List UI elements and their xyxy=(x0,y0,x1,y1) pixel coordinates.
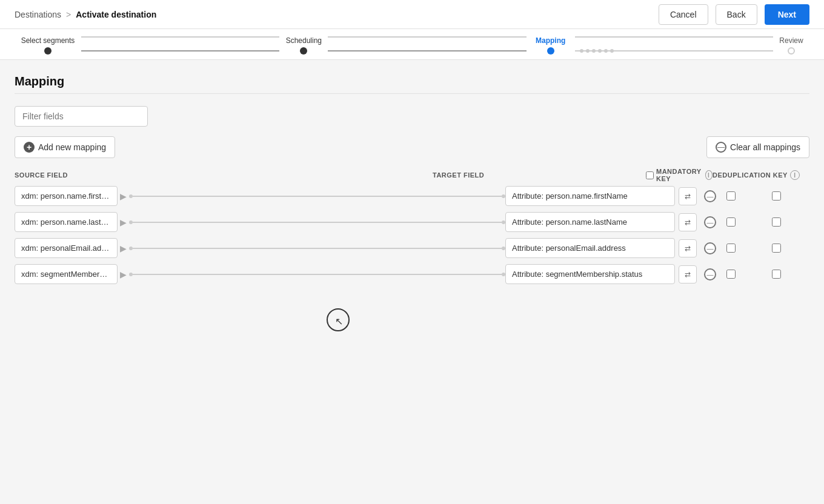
filter-fields-input[interactable] xyxy=(15,106,148,127)
remove-icon-3: — xyxy=(704,268,716,280)
step-review: Review xyxy=(773,36,809,47)
arrow-right-icon-3: ▶ xyxy=(120,270,127,279)
connector-line-2 xyxy=(133,248,502,249)
minus-circle-icon: — xyxy=(716,142,726,153)
step-select-segments: Select segments xyxy=(15,36,81,47)
add-mapping-label: Add new mapping xyxy=(38,142,106,152)
divider xyxy=(15,93,809,94)
arrow-right-icon-0: ▶ xyxy=(120,191,127,201)
breadcrumb-parent[interactable]: Destinations xyxy=(15,10,61,19)
connector-line-0 xyxy=(133,196,502,197)
step-dot-1 xyxy=(44,47,51,55)
col-header-source: SOURCE FIELD xyxy=(15,171,118,179)
dedup-checkbox-3[interactable] xyxy=(772,270,781,279)
target-field-3[interactable]: Attribute: segmentMembership.status xyxy=(505,264,675,284)
cancel-button[interactable]: Cancel xyxy=(659,4,708,25)
dedup-info-icon[interactable]: i xyxy=(790,170,800,180)
breadcrumb: Destinations > Activate destination xyxy=(15,10,156,19)
source-field-2[interactable]: xdm: personalEmail.address xyxy=(15,238,118,258)
dots-row xyxy=(15,47,809,59)
remove-icon-0: — xyxy=(704,190,716,202)
table-row: xdm: person.name.firstName ▶ Attribute: … xyxy=(15,186,809,206)
add-mapping-button[interactable]: + Add new mapping xyxy=(15,136,115,158)
source-field-0[interactable]: xdm: person.name.firstName xyxy=(15,186,118,206)
connector-2 xyxy=(129,247,505,250)
mandatory-checkbox-2[interactable] xyxy=(726,244,736,253)
step-label-scheduling: Scheduling xyxy=(286,36,322,45)
swap-button-2[interactable]: ⇄ xyxy=(679,239,697,257)
step-dot-3 xyxy=(547,47,554,55)
connector-line-3 xyxy=(133,274,502,275)
dedup-checkbox-cell-0 xyxy=(743,191,809,201)
step-label-review: Review xyxy=(779,36,803,45)
clear-all-button[interactable]: — Clear all mappings xyxy=(706,136,809,158)
arrow-right-icon-1: ▶ xyxy=(120,217,127,227)
arrow-right-icon-2: ▶ xyxy=(120,244,127,253)
mandatory-checkbox-0[interactable] xyxy=(726,191,736,201)
table-row: xdm: personalEmail.address ▶ Attribute: … xyxy=(15,238,809,258)
plus-icon: + xyxy=(24,142,35,153)
dedup-checkbox-cell-3 xyxy=(743,270,809,279)
remove-icon-2: — xyxy=(704,242,716,254)
mandatory-checkbox-cell-3 xyxy=(719,270,743,279)
breadcrumb-separator: > xyxy=(66,10,71,19)
remove-button-0[interactable]: — xyxy=(702,188,719,205)
step-dot-2 xyxy=(300,47,307,55)
dedup-checkbox-0[interactable] xyxy=(772,191,781,201)
top-bar: Destinations > Activate destination Canc… xyxy=(0,0,824,29)
cursor-circle: ↖ xyxy=(327,308,350,331)
step-scheduling: Scheduling xyxy=(279,36,328,47)
dedup-checkbox-cell-1 xyxy=(743,217,809,227)
stepper-labels: Select segments Scheduling Mapping Revie… xyxy=(15,36,809,47)
dedup-checkbox-cell-2 xyxy=(743,244,809,253)
step-label-select-segments: Select segments xyxy=(21,36,75,45)
connector-0 xyxy=(129,194,505,198)
step-label-mapping: Mapping xyxy=(536,36,565,45)
connector-3 xyxy=(129,273,505,276)
swap-button-0[interactable]: ⇄ xyxy=(679,187,697,205)
target-field-1[interactable]: Attribute: person.name.lastName xyxy=(505,212,675,232)
table-row: xdm: person.name.lastName ▶ Attribute: p… xyxy=(15,212,809,232)
cursor-arrow-icon: ↖ xyxy=(335,316,343,327)
dedup-checkbox-2[interactable] xyxy=(772,244,781,253)
target-field-2[interactable]: Attribute: personalEmail.address xyxy=(505,238,675,258)
mandatory-checkbox-3[interactable] xyxy=(726,270,736,279)
connector-line-1 xyxy=(133,222,502,223)
table-row: xdm: segmentMembership.status ▶ Attribut… xyxy=(15,264,809,284)
col-header-target: TARGET FIELD xyxy=(433,171,602,179)
source-field-3[interactable]: xdm: segmentMembership.status xyxy=(15,264,118,284)
back-button[interactable]: Back xyxy=(716,4,757,25)
target-field-0[interactable]: Attribute: person.name.firstName xyxy=(505,186,675,206)
step-dot-4 xyxy=(788,47,795,55)
remove-button-1[interactable]: — xyxy=(702,214,719,231)
stepper-area: Select segments Scheduling Mapping Revie… xyxy=(0,29,824,60)
swap-button-1[interactable]: ⇄ xyxy=(679,213,697,231)
col-header-mandatory: MANDATORY KEY i xyxy=(646,168,713,182)
mandatory-checkbox-1[interactable] xyxy=(726,217,736,227)
mandatory-checkbox-cell-2 xyxy=(719,244,743,253)
remove-button-2[interactable]: — xyxy=(702,240,719,257)
page-title: Mapping xyxy=(15,75,809,88)
connector-1 xyxy=(129,220,505,224)
remove-icon-1: — xyxy=(704,216,716,228)
mandatory-checkbox-cell-1 xyxy=(719,217,743,227)
col-header-dedup: DEDUPLICATION KEY i xyxy=(713,170,809,180)
cursor-area: ↖ xyxy=(15,290,809,339)
mandatory-header-checkbox[interactable] xyxy=(646,171,654,180)
mandatory-checkbox-cell-0 xyxy=(719,191,743,201)
mapping-rows-container: xdm: person.name.firstName ▶ Attribute: … xyxy=(15,186,809,284)
remove-button-3[interactable]: — xyxy=(702,266,719,283)
column-headers: SOURCE FIELD TARGET FIELD MANDATORY KEY … xyxy=(15,168,809,186)
step-mapping: Mapping xyxy=(527,36,575,47)
breadcrumb-current: Activate destination xyxy=(76,10,156,19)
main-content: Mapping + Add new mapping — Clear all ma… xyxy=(0,60,824,353)
top-actions: Cancel Back Next xyxy=(659,4,809,25)
next-button[interactable]: Next xyxy=(765,4,809,25)
toolbar: + Add new mapping — Clear all mappings xyxy=(15,136,809,158)
clear-all-label: Clear all mappings xyxy=(730,142,800,152)
dedup-checkbox-1[interactable] xyxy=(772,217,781,227)
source-field-1[interactable]: xdm: person.name.lastName xyxy=(15,212,118,232)
swap-button-3[interactable]: ⇄ xyxy=(679,265,697,284)
mandatory-info-icon[interactable]: i xyxy=(705,170,713,180)
